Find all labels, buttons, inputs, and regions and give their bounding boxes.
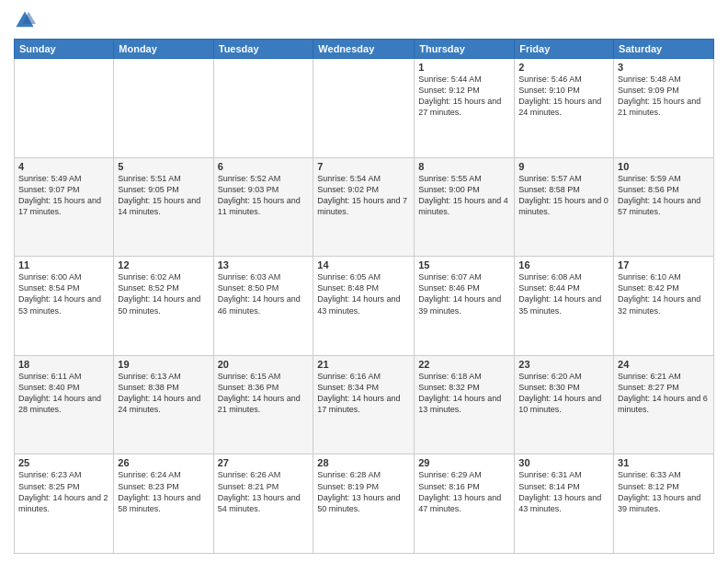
calendar-cell: 20Sunrise: 6:15 AM Sunset: 8:36 PM Dayli… [213, 355, 313, 454]
calendar-cell: 1Sunrise: 5:44 AM Sunset: 9:12 PM Daylig… [415, 59, 515, 158]
day-info: Sunrise: 5:46 AM Sunset: 9:10 PM Dayligh… [518, 74, 609, 119]
calendar-cell: 12Sunrise: 6:02 AM Sunset: 8:52 PM Dayli… [114, 257, 213, 356]
day-number: 14 [317, 259, 410, 270]
day-info: Sunrise: 6:02 AM Sunset: 8:52 PM Dayligh… [118, 271, 209, 316]
day-info: Sunrise: 6:07 AM Sunset: 8:46 PM Dayligh… [418, 271, 510, 316]
day-number: 13 [218, 259, 310, 270]
calendar-cell: 31Sunrise: 6:33 AM Sunset: 8:12 PM Dayli… [614, 454, 714, 554]
day-info: Sunrise: 5:57 AM Sunset: 8:58 PM Dayligh… [518, 173, 609, 218]
day-number: 22 [418, 359, 510, 370]
day-number: 7 [317, 161, 410, 172]
day-info: Sunrise: 5:59 AM Sunset: 8:56 PM Dayligh… [618, 173, 710, 218]
day-info: Sunrise: 5:51 AM Sunset: 9:05 PM Dayligh… [118, 173, 209, 218]
calendar-cell: 21Sunrise: 6:16 AM Sunset: 8:34 PM Dayli… [313, 355, 415, 454]
day-number: 19 [118, 359, 209, 370]
calendar-cell: 22Sunrise: 6:18 AM Sunset: 8:32 PM Dayli… [415, 355, 515, 454]
day-info: Sunrise: 6:29 AM Sunset: 8:16 PM Dayligh… [418, 469, 510, 514]
day-info: Sunrise: 6:18 AM Sunset: 8:32 PM Dayligh… [418, 371, 510, 416]
calendar-cell: 11Sunrise: 6:00 AM Sunset: 8:54 PM Dayli… [15, 257, 114, 356]
day-number: 12 [118, 259, 209, 270]
calendar-cell: 19Sunrise: 6:13 AM Sunset: 8:38 PM Dayli… [114, 355, 213, 454]
calendar-cell: 8Sunrise: 5:55 AM Sunset: 9:00 PM Daylig… [415, 157, 515, 257]
calendar-cell: 2Sunrise: 5:46 AM Sunset: 9:10 PM Daylig… [515, 59, 614, 158]
day-number: 1 [418, 62, 510, 73]
calendar-cell: 25Sunrise: 6:23 AM Sunset: 8:25 PM Dayli… [15, 454, 114, 554]
day-info: Sunrise: 6:23 AM Sunset: 8:25 PM Dayligh… [18, 469, 109, 514]
day-number: 31 [618, 457, 710, 468]
calendar-cell [213, 59, 313, 158]
day-number: 28 [317, 457, 410, 468]
day-info: Sunrise: 6:26 AM Sunset: 8:21 PM Dayligh… [218, 469, 310, 514]
calendar-cell: 7Sunrise: 5:54 AM Sunset: 9:02 PM Daylig… [313, 157, 415, 257]
day-number: 3 [618, 62, 710, 73]
calendar-cell: 18Sunrise: 6:11 AM Sunset: 8:40 PM Dayli… [15, 355, 114, 454]
calendar-table: SundayMondayTuesdayWednesdayThursdayFrid… [14, 39, 714, 554]
day-info: Sunrise: 6:11 AM Sunset: 8:40 PM Dayligh… [18, 371, 109, 416]
day-info: Sunrise: 6:24 AM Sunset: 8:23 PM Dayligh… [118, 469, 209, 514]
weekday-header-thursday: Thursday [415, 40, 515, 59]
day-number: 26 [118, 457, 209, 468]
calendar-cell: 23Sunrise: 6:20 AM Sunset: 8:30 PM Dayli… [515, 355, 614, 454]
day-number: 18 [18, 359, 109, 370]
weekday-header-row: SundayMondayTuesdayWednesdayThursdayFrid… [15, 40, 714, 59]
day-number: 8 [418, 161, 510, 172]
day-info: Sunrise: 6:21 AM Sunset: 8:27 PM Dayligh… [618, 371, 710, 416]
calendar-cell: 6Sunrise: 5:52 AM Sunset: 9:03 PM Daylig… [213, 157, 313, 257]
day-info: Sunrise: 5:52 AM Sunset: 9:03 PM Dayligh… [218, 173, 310, 218]
day-number: 27 [218, 457, 310, 468]
logo-icon [14, 9, 36, 31]
week-row-3: 11Sunrise: 6:00 AM Sunset: 8:54 PM Dayli… [15, 257, 714, 356]
calendar-cell: 17Sunrise: 6:10 AM Sunset: 8:42 PM Dayli… [614, 257, 714, 356]
calendar-cell: 9Sunrise: 5:57 AM Sunset: 8:58 PM Daylig… [515, 157, 614, 257]
header [14, 9, 714, 31]
calendar-cell: 4Sunrise: 5:49 AM Sunset: 9:07 PM Daylig… [15, 157, 114, 257]
day-number: 29 [418, 457, 510, 468]
weekday-header-wednesday: Wednesday [313, 40, 415, 59]
weekday-header-tuesday: Tuesday [213, 40, 313, 59]
day-number: 6 [218, 161, 310, 172]
calendar-cell: 29Sunrise: 6:29 AM Sunset: 8:16 PM Dayli… [415, 454, 515, 554]
calendar-cell: 14Sunrise: 6:05 AM Sunset: 8:48 PM Dayli… [313, 257, 415, 356]
day-info: Sunrise: 5:44 AM Sunset: 9:12 PM Dayligh… [418, 74, 510, 119]
calendar-cell: 27Sunrise: 6:26 AM Sunset: 8:21 PM Dayli… [213, 454, 313, 554]
calendar-cell: 24Sunrise: 6:21 AM Sunset: 8:27 PM Dayli… [614, 355, 714, 454]
calendar-cell [114, 59, 213, 158]
week-row-1: 1Sunrise: 5:44 AM Sunset: 9:12 PM Daylig… [15, 59, 714, 158]
page: SundayMondayTuesdayWednesdayThursdayFrid… [0, 0, 728, 563]
day-number: 2 [518, 62, 609, 73]
day-info: Sunrise: 6:28 AM Sunset: 8:19 PM Dayligh… [317, 469, 410, 514]
weekday-header-monday: Monday [114, 40, 213, 59]
calendar-cell: 13Sunrise: 6:03 AM Sunset: 8:50 PM Dayli… [213, 257, 313, 356]
day-info: Sunrise: 6:31 AM Sunset: 8:14 PM Dayligh… [518, 469, 609, 514]
calendar-cell: 30Sunrise: 6:31 AM Sunset: 8:14 PM Dayli… [515, 454, 614, 554]
day-info: Sunrise: 6:10 AM Sunset: 8:42 PM Dayligh… [618, 271, 710, 316]
day-number: 10 [618, 161, 710, 172]
day-number: 25 [18, 457, 109, 468]
day-info: Sunrise: 6:03 AM Sunset: 8:50 PM Dayligh… [218, 271, 310, 316]
calendar-cell: 5Sunrise: 5:51 AM Sunset: 9:05 PM Daylig… [114, 157, 213, 257]
day-info: Sunrise: 5:48 AM Sunset: 9:09 PM Dayligh… [618, 74, 710, 119]
day-info: Sunrise: 6:13 AM Sunset: 8:38 PM Dayligh… [118, 371, 209, 416]
calendar-cell [15, 59, 114, 158]
day-info: Sunrise: 6:00 AM Sunset: 8:54 PM Dayligh… [18, 271, 109, 316]
day-info: Sunrise: 6:20 AM Sunset: 8:30 PM Dayligh… [518, 371, 609, 416]
calendar-cell: 26Sunrise: 6:24 AM Sunset: 8:23 PM Dayli… [114, 454, 213, 554]
day-number: 24 [618, 359, 710, 370]
day-number: 4 [18, 161, 109, 172]
weekday-header-saturday: Saturday [614, 40, 714, 59]
day-info: Sunrise: 6:05 AM Sunset: 8:48 PM Dayligh… [317, 271, 410, 316]
weekday-header-sunday: Sunday [15, 40, 114, 59]
calendar-cell: 15Sunrise: 6:07 AM Sunset: 8:46 PM Dayli… [415, 257, 515, 356]
day-info: Sunrise: 5:54 AM Sunset: 9:02 PM Dayligh… [317, 173, 410, 218]
weekday-header-friday: Friday [515, 40, 614, 59]
day-number: 30 [518, 457, 609, 468]
day-info: Sunrise: 5:55 AM Sunset: 9:00 PM Dayligh… [418, 173, 510, 218]
day-info: Sunrise: 6:16 AM Sunset: 8:34 PM Dayligh… [317, 371, 410, 416]
day-info: Sunrise: 6:08 AM Sunset: 8:44 PM Dayligh… [518, 271, 609, 316]
day-number: 23 [518, 359, 609, 370]
day-info: Sunrise: 6:33 AM Sunset: 8:12 PM Dayligh… [618, 469, 710, 514]
logo [14, 9, 40, 31]
day-number: 17 [618, 259, 710, 270]
calendar-cell: 10Sunrise: 5:59 AM Sunset: 8:56 PM Dayli… [614, 157, 714, 257]
week-row-2: 4Sunrise: 5:49 AM Sunset: 9:07 PM Daylig… [15, 157, 714, 257]
